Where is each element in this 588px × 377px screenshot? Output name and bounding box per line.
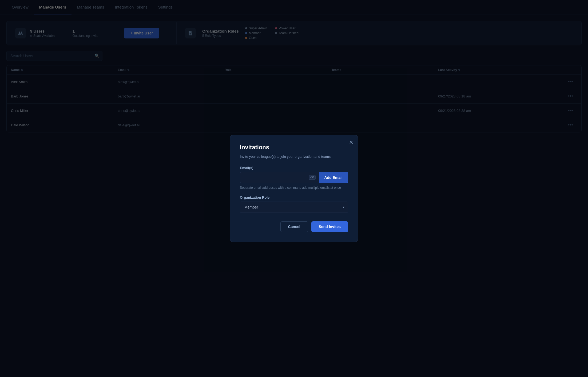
modal-description: Invite your colleague(s) to join your or… bbox=[240, 154, 348, 159]
add-email-button[interactable]: Add Email bbox=[319, 172, 348, 183]
keyboard-hint: ⌫ bbox=[309, 175, 316, 180]
email-input[interactable] bbox=[243, 172, 309, 183]
cancel-button[interactable]: Cancel bbox=[280, 221, 308, 232]
modal-overlay[interactable]: ✕ Invitations Invite your colleague(s) t… bbox=[0, 0, 588, 377]
org-role-label: Organization Role bbox=[240, 195, 348, 199]
org-role-select-wrap: Super Admin Power User Member Team Defin… bbox=[240, 202, 348, 213]
org-role-select[interactable]: Super Admin Power User Member Team Defin… bbox=[240, 202, 348, 213]
email-helper-text: Separate email addresses with a comma to… bbox=[240, 185, 348, 190]
invitations-modal: ✕ Invitations Invite your colleague(s) t… bbox=[230, 135, 358, 242]
email-input-wrap: ⌫ bbox=[240, 172, 319, 183]
email-row: ⌫ Add Email bbox=[240, 172, 348, 183]
send-invites-button[interactable]: Send Invites bbox=[311, 221, 348, 232]
modal-actions: Cancel Send Invites bbox=[240, 221, 348, 232]
modal-title: Invitations bbox=[240, 144, 348, 151]
emails-label: Email(s) bbox=[240, 166, 348, 170]
modal-close-button[interactable]: ✕ bbox=[349, 140, 353, 145]
